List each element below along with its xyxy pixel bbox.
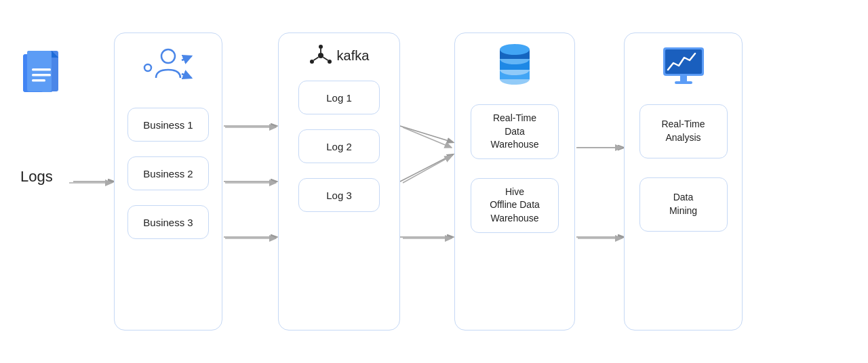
monitor-chart-icon xyxy=(660,44,707,88)
svg-line-30 xyxy=(182,74,191,78)
svg-rect-46 xyxy=(665,49,702,74)
svg-line-54 xyxy=(403,127,452,148)
monitor-icon-container xyxy=(660,44,707,91)
realtime-analysis-box: Real-TimeAnalysis xyxy=(639,104,728,158)
svg-rect-21 xyxy=(27,51,52,91)
svg-point-33 xyxy=(310,60,314,64)
log-1-box: Log 1 xyxy=(298,81,380,114)
svg-point-44 xyxy=(500,44,530,55)
svg-line-55 xyxy=(403,156,452,183)
business-items: Business 1 Business 2 Business 3 xyxy=(127,108,209,239)
data-mining-box: DataMining xyxy=(639,177,728,232)
diagram: Logs xyxy=(14,12,854,351)
analysis-panel: Real-TimeAnalysis DataMining xyxy=(624,33,743,330)
svg-rect-26 xyxy=(32,79,45,82)
kafka-icon-container: kafka xyxy=(309,44,370,67)
gdocs-icon-wrapper xyxy=(26,49,68,105)
kafka-items: Log 1 Log 2 Log 3 xyxy=(298,81,380,212)
google-docs-icon xyxy=(26,49,68,102)
user-flow-icon-container xyxy=(141,44,195,94)
svg-line-36 xyxy=(313,58,318,61)
log-2-box: Log 2 xyxy=(298,129,380,163)
svg-line-4 xyxy=(400,126,453,142)
svg-rect-25 xyxy=(32,74,51,77)
kafka-label: kafka xyxy=(337,48,370,64)
realtime-dw-box: Real-TimeDataWarehouse xyxy=(471,104,559,159)
svg-rect-48 xyxy=(675,81,692,84)
warehouse-items: Real-TimeDataWarehouse HiveOffline DataW… xyxy=(471,104,559,233)
log-3-box: Log 3 xyxy=(298,178,380,212)
svg-point-28 xyxy=(161,49,175,63)
svg-line-37 xyxy=(323,58,328,61)
svg-line-5 xyxy=(400,154,453,182)
hive-dw-box: HiveOffline DataWarehouse xyxy=(471,178,559,233)
svg-point-32 xyxy=(319,45,323,49)
svg-point-31 xyxy=(318,53,323,58)
warehouse-panel: Real-TimeDataWarehouse HiveOffline DataW… xyxy=(454,33,575,330)
svg-point-27 xyxy=(144,64,151,71)
business-2-box: Business 2 xyxy=(127,156,209,190)
analysis-items: Real-TimeAnalysis DataMining xyxy=(639,104,728,232)
business-panel: Business 1 Business 2 Business 3 xyxy=(114,33,222,330)
kafka-panel: kafka Log 1 Log 2 Log 3 xyxy=(278,33,400,330)
logs-label: Logs xyxy=(20,168,53,186)
database-stack-icon xyxy=(494,44,535,88)
svg-rect-24 xyxy=(32,68,51,71)
kafka-icon xyxy=(309,44,332,67)
user-flow-icon xyxy=(141,44,195,91)
svg-line-29 xyxy=(182,56,191,60)
business-1-box: Business 1 xyxy=(127,108,209,142)
database-icon-container xyxy=(494,44,535,91)
business-3-box: Business 3 xyxy=(127,205,209,239)
svg-point-34 xyxy=(328,60,332,64)
svg-rect-47 xyxy=(680,76,687,81)
